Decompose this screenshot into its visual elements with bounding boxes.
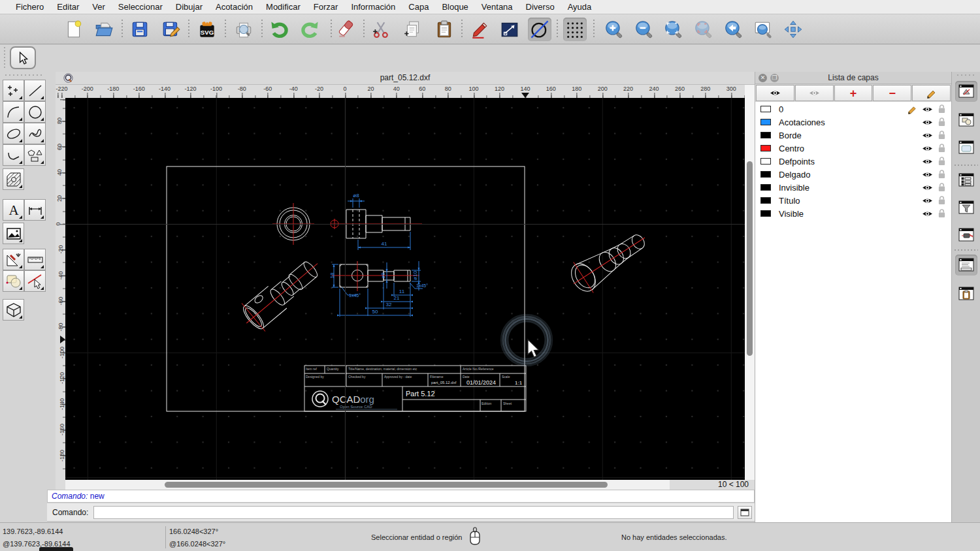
- draft-tools-button[interactable]: [3, 249, 24, 270]
- layer-visibility-eye-icon[interactable]: [922, 170, 933, 179]
- layer-edit-pencil-icon[interactable]: [907, 104, 917, 114]
- grid-toggle-button[interactable]: [563, 18, 587, 41]
- open-file-button[interactable]: [92, 18, 116, 41]
- solid-3d-tool-button[interactable]: [3, 299, 24, 321]
- layer-color-swatch[interactable]: [760, 158, 771, 165]
- menu-capa[interactable]: Capa: [402, 0, 435, 14]
- menu-acotacion[interactable]: Acotación: [209, 0, 259, 14]
- cut-button[interactable]: [370, 18, 393, 41]
- clipboard-panel-button[interactable]: [955, 283, 977, 304]
- layer-visibility-eye-icon[interactable]: [922, 131, 933, 140]
- pan-zoom-button[interactable]: [781, 18, 805, 41]
- previous-view-button[interactable]: [721, 18, 745, 41]
- layer-list-panel-button[interactable]: [955, 81, 977, 102]
- layer-lock-icon[interactable]: [938, 209, 946, 218]
- snap-tool-button[interactable]: [24, 270, 46, 292]
- layer-row[interactable]: 0: [755, 102, 951, 116]
- document-tab-title[interactable]: part_05.12.dxf: [56, 73, 755, 82]
- layer-color-swatch[interactable]: [760, 184, 771, 191]
- layer-color-swatch[interactable]: [760, 210, 771, 217]
- layer-row[interactable]: Centro: [755, 142, 951, 155]
- layer-name[interactable]: Delgado: [779, 170, 922, 180]
- layer-visibility-eye-icon[interactable]: [922, 118, 933, 127]
- block-list-panel-button[interactable]: [955, 110, 977, 131]
- layer-name[interactable]: Acotaciones: [779, 118, 922, 127]
- layer-lock-icon[interactable]: [938, 118, 946, 127]
- zoom-out-button[interactable]: [632, 18, 655, 41]
- auto-zoom-button[interactable]: [661, 18, 685, 41]
- layer-color-swatch[interactable]: [760, 106, 771, 112]
- layer-row[interactable]: Invisible: [755, 181, 951, 194]
- spline-tool-button[interactable]: [24, 123, 46, 144]
- layer-row[interactable]: Acotaciones: [755, 116, 951, 129]
- text-tool-button[interactable]: A: [3, 199, 24, 221]
- layer-visibility-eye-icon[interactable]: [922, 197, 933, 205]
- vertical-scrollbar[interactable]: [745, 85, 755, 480]
- layer-visibility-eye-icon[interactable]: [922, 144, 933, 153]
- layer-color-swatch[interactable]: [760, 132, 771, 138]
- menu-ayuda[interactable]: Ayuda: [561, 0, 598, 14]
- selection-tool-button[interactable]: [10, 46, 36, 69]
- paste-button[interactable]: [433, 18, 456, 41]
- show-all-layers-button[interactable]: [756, 85, 794, 101]
- layer-lock-icon[interactable]: [938, 170, 946, 179]
- arc-tool-button[interactable]: [3, 101, 24, 123]
- menu-fichero[interactable]: Fichero: [9, 0, 50, 14]
- line-tool-palette-button[interactable]: [24, 80, 46, 101]
- menu-modificar[interactable]: Modificar: [259, 0, 307, 14]
- layer-name[interactable]: Invisible: [779, 183, 922, 193]
- toolbar-handle[interactable]: [4, 47, 5, 68]
- image-tool-button[interactable]: [3, 223, 24, 244]
- menu-forzar[interactable]: Forzar: [307, 0, 345, 14]
- menu-seleccionar[interactable]: Seleccionar: [112, 0, 169, 14]
- print-preview-button[interactable]: [232, 18, 255, 41]
- layer-row[interactable]: Título: [755, 194, 951, 207]
- layer-lock-icon[interactable]: [938, 196, 946, 205]
- layer-color-swatch[interactable]: [760, 145, 771, 151]
- copy-button[interactable]: [401, 18, 425, 41]
- remove-entity-button[interactable]: [335, 18, 358, 41]
- command-tools-panel-button[interactable]: [955, 225, 977, 245]
- layer-lock-icon[interactable]: [938, 157, 946, 166]
- layer-color-swatch[interactable]: [760, 197, 771, 204]
- new-file-button[interactable]: [62, 18, 86, 41]
- layer-visibility-eye-icon[interactable]: [922, 157, 933, 166]
- layer-name[interactable]: Borde: [779, 131, 922, 140]
- undo-button[interactable]: [268, 18, 291, 41]
- vertical-scrollbar-thumb[interactable]: [747, 161, 753, 356]
- selection-filter-panel-button[interactable]: [955, 197, 977, 218]
- layer-color-swatch[interactable]: [760, 171, 771, 178]
- cad-canvas[interactable]: ø8 41: [65, 98, 745, 480]
- command-input[interactable]: [93, 506, 734, 519]
- svg-export-button[interactable]: SVG: [195, 18, 219, 41]
- line-tool-button[interactable]: [498, 18, 521, 41]
- horizontal-scrollbar[interactable]: [65, 480, 745, 490]
- zoom-in-button[interactable]: [602, 18, 625, 41]
- layer-name[interactable]: Defpoints: [779, 157, 922, 166]
- ellipse-tool-button[interactable]: [3, 123, 24, 144]
- dock-handle[interactable]: [957, 74, 975, 76]
- polyline-tool-button[interactable]: [3, 144, 24, 166]
- menu-editar[interactable]: Editar: [50, 0, 86, 14]
- shapes-tool-button[interactable]: [24, 144, 46, 166]
- layer-row[interactable]: Delgado: [755, 168, 951, 181]
- hide-all-layers-button[interactable]: [795, 85, 834, 101]
- hatch-tool-button[interactable]: [3, 168, 24, 190]
- layer-name[interactable]: Centro: [779, 144, 922, 153]
- edit-layer-button[interactable]: [912, 85, 951, 101]
- horizontal-scrollbar-thumb[interactable]: [165, 482, 608, 488]
- layer-lock-icon[interactable]: [938, 131, 946, 140]
- layer-lock-icon[interactable]: [938, 104, 946, 114]
- dimension-tool-button[interactable]: [24, 199, 46, 221]
- redo-button[interactable]: [298, 18, 321, 41]
- modify-tool-button[interactable]: [3, 270, 24, 292]
- menu-ver[interactable]: Ver: [86, 0, 112, 14]
- remove-layer-button[interactable]: −: [873, 85, 911, 101]
- menu-diverso[interactable]: Diverso: [519, 0, 561, 14]
- layer-lock-icon[interactable]: [938, 144, 946, 153]
- palette-handle[interactable]: [5, 74, 42, 76]
- library-browser-panel-button[interactable]: [955, 170, 977, 191]
- layer-visibility-eye-icon[interactable]: [922, 105, 933, 114]
- zoom-window-button[interactable]: [751, 18, 775, 41]
- layer-row[interactable]: Defpoints: [755, 155, 951, 168]
